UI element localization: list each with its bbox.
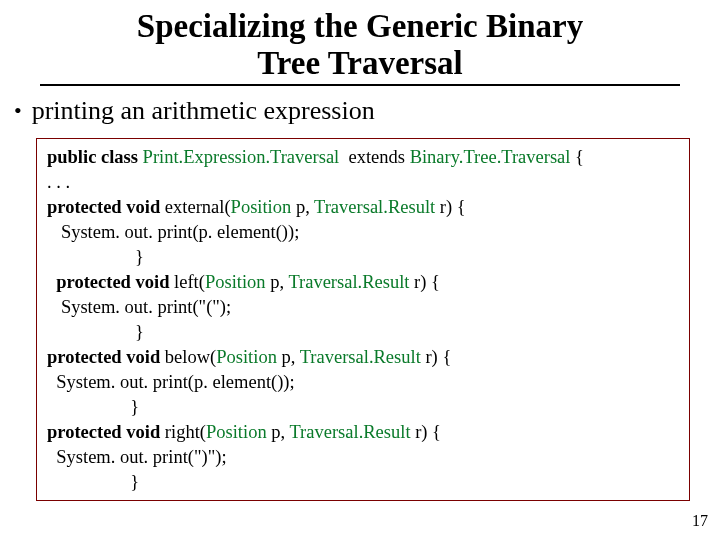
plain: r (411, 422, 422, 442)
code-line-7: System. out. print("("); (47, 295, 679, 320)
type-name: Position (205, 272, 266, 292)
code-line-10: System. out. print(p. element()); (47, 370, 679, 395)
indent (47, 272, 56, 292)
bullet-dot-icon: • (14, 96, 22, 126)
code-line-14: } (47, 470, 679, 495)
keyword: protected void (56, 272, 174, 292)
plain: p, (266, 272, 285, 292)
plain: ) { (446, 197, 466, 217)
method-name: left (174, 272, 199, 292)
code-box: public class Print.Expression.Traversal … (36, 138, 690, 502)
code-line-9: protected void below(Position p, Travers… (47, 345, 679, 370)
type-name: Position (206, 422, 267, 442)
type-name: Binary.Tree.Traversal (410, 147, 571, 167)
plain: extends (339, 147, 409, 167)
slide: Specializing the Generic Binary Tree Tra… (0, 0, 720, 540)
plain: r (421, 347, 432, 367)
bullet-item: • printing an arithmetic expression (14, 96, 720, 126)
type-name: Traversal.Result (295, 347, 420, 367)
code-line-2: . . . (47, 170, 679, 195)
type-name: Position (216, 347, 277, 367)
plain: r (409, 272, 420, 292)
plain: ) { (421, 422, 441, 442)
type-name: Position (231, 197, 292, 217)
keyword: protected void (47, 422, 165, 442)
type-name: Traversal.Result (284, 272, 409, 292)
slide-title: Specializing the Generic Binary Tree Tra… (40, 8, 680, 86)
plain: p, (277, 347, 296, 367)
page-number: 17 (692, 512, 708, 530)
code-line-4: System. out. print(p. element()); (47, 220, 679, 245)
keyword: public class (47, 147, 143, 167)
type-name: Print.Expression.Traversal (143, 147, 340, 167)
code-line-3: protected void external(Position p, Trav… (47, 195, 679, 220)
code-line-13: System. out. print(")"); (47, 445, 679, 470)
code-line-1: public class Print.Expression.Traversal … (47, 145, 679, 170)
code-line-12: protected void right(Position p, Travers… (47, 420, 679, 445)
title-line-1: Specializing the Generic Binary (137, 8, 583, 44)
method-name: external (165, 197, 225, 217)
plain: p, (291, 197, 310, 217)
title-line-2: Tree Traversal (257, 45, 463, 81)
plain: { (570, 147, 584, 167)
code-line-6: protected void left(Position p, Traversa… (47, 270, 679, 295)
code-line-11: } (47, 395, 679, 420)
bullet-text: printing an arithmetic expression (32, 96, 375, 126)
plain: ) { (420, 272, 440, 292)
plain: ) { (432, 347, 452, 367)
code-line-8: } (47, 320, 679, 345)
keyword: protected void (47, 347, 165, 367)
plain: r (435, 197, 446, 217)
type-name: Traversal.Result (285, 422, 410, 442)
keyword: protected void (47, 197, 165, 217)
type-name: Traversal.Result (310, 197, 435, 217)
method-name: below (165, 347, 210, 367)
code-line-5: } (47, 245, 679, 270)
method-name: right (165, 422, 200, 442)
plain: p, (267, 422, 286, 442)
